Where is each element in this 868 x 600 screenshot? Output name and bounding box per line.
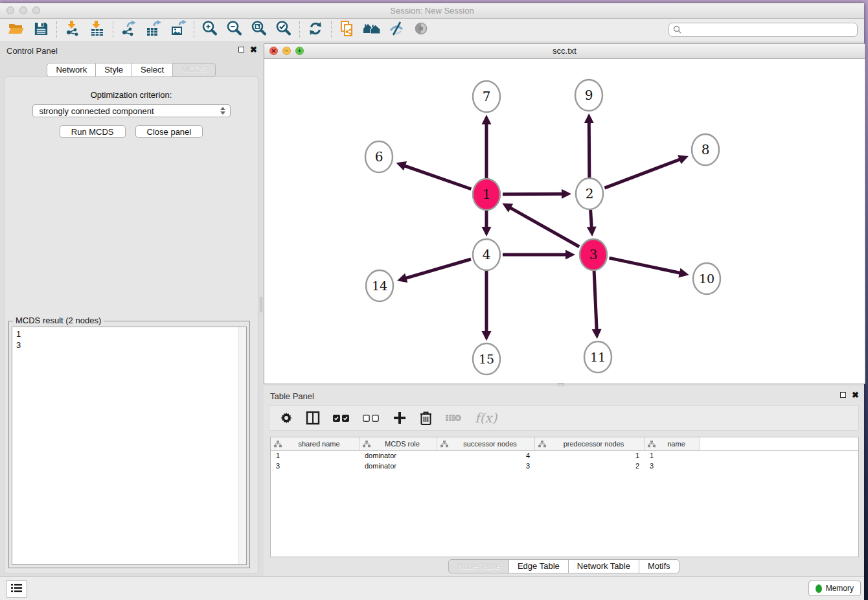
hierarchy-icon [363,441,371,448]
export-network-button[interactable] [117,20,141,40]
select-all-rows-icon[interactable] [333,409,350,427]
zoom-in-button[interactable] [198,20,222,40]
edge-arrowhead [397,273,407,283]
houses-icon [362,20,382,40]
cybrowser-home-button[interactable] [360,20,384,40]
column-header-shared-name[interactable]: shared name [271,437,360,450]
refresh-view-button[interactable] [303,20,328,40]
network-canvas[interactable]: 1234678910111415 [264,59,865,384]
edge-1-2[interactable] [503,194,563,194]
result-scrollbar[interactable] [238,327,246,564]
main-area: Control Panel ✖ Network Style Select MCD… [0,41,864,577]
mcds-result-area[interactable]: 1 3 [12,327,247,565]
save-session-button[interactable] [29,20,53,40]
edge-2-8[interactable] [604,159,680,189]
edge-1-6[interactable] [404,166,472,189]
column-header-name[interactable]: name [645,437,700,450]
window-title: Session: New Session [0,6,864,16]
create-column-icon[interactable] [393,409,407,427]
tab-edge-table[interactable]: Edge Table [509,559,569,573]
table-body: 1dominator4113dominator323 [271,451,858,472]
edge-3-11[interactable] [594,271,597,330]
criterion-select[interactable]: strongly connected component [32,104,231,117]
column-chooser-icon[interactable] [306,409,320,427]
open-folder-icon [8,20,25,40]
delete-column-icon[interactable] [420,409,432,427]
table-cell: 4 [437,451,535,461]
edge-2-3[interactable] [591,210,592,228]
clone-network-icon [339,20,356,40]
table-row[interactable]: 3dominator323 [271,461,858,472]
edge-3-10[interactable] [609,258,680,273]
graph-node-label-4: 4 [483,247,491,262]
edge-3-1[interactable] [510,207,580,247]
network-graph-svg: 1234678910111415 [264,59,865,384]
control-panel-title: Control Panel [6,46,58,56]
delete-table-icon[interactable] [445,409,462,427]
export-network-icon [120,20,137,40]
table-panel-header: Table Panel ✖ [264,386,864,403]
import-network-button[interactable] [60,20,85,40]
column-header-predecessor-nodes[interactable]: predecessor nodes [535,437,645,450]
deselect-all-rows-icon[interactable] [363,409,380,427]
tab-node-table[interactable]: Node Table [448,559,509,573]
hide-graphics-icon [388,20,405,40]
float-panel-icon[interactable] [238,47,244,52]
zoom-out-button[interactable] [222,20,247,40]
birds-eye-view-button[interactable] [409,20,433,40]
table-panel-title: Table Panel [270,391,314,401]
network-window-titlebar[interactable]: ✕ − + scc.txt [264,44,865,59]
graph-node-label-14: 14 [372,279,387,293]
close-panel-button[interactable]: Close panel [135,125,203,138]
clone-network-button[interactable] [335,20,360,40]
vertical-splitter-handle[interactable] [260,297,262,312]
edge-arrowhead [565,250,575,260]
edge-2-9[interactable] [589,122,589,178]
search-input[interactable] [668,23,858,37]
table-options-gear-icon[interactable] [280,409,293,427]
mcds-result-title: MCDS result (2 nodes) [13,316,104,325]
table-row[interactable]: 1dominator411 [271,451,858,461]
zoom-fit-icon [251,20,268,40]
control-panel: Control Panel ✖ Network Style Select MCD… [0,41,262,577]
close-table-panel-icon[interactable]: ✖ [852,391,859,398]
tab-motifs[interactable]: Motifs [639,559,680,573]
toolbar-separator [299,21,300,38]
import-table-button[interactable] [85,20,109,40]
column-header-successor-nodes[interactable]: successor nodes [437,437,535,450]
export-image-button[interactable] [166,20,190,40]
zoom-fit-button[interactable] [247,20,271,40]
zoom-selected-icon [275,20,292,40]
task-list-icon [11,583,22,595]
memory-label: Memory [826,584,854,593]
tab-mcds[interactable]: MCDS [173,63,215,77]
task-history-button[interactable] [6,580,27,598]
open-session-button[interactable] [4,20,29,40]
zoom-out-icon [226,20,243,40]
zoom-selected-button[interactable] [271,20,296,40]
table-header-row: shared nameMCDS rolesuccessor nodesprede… [271,437,858,451]
run-mcds-button[interactable]: Run MCDS [60,125,126,138]
edge-4-14[interactable] [405,259,471,279]
export-table-button[interactable] [141,20,166,40]
tab-style[interactable]: Style [96,63,132,77]
toolbar-separator [331,21,332,38]
memory-button[interactable]: Memory [808,581,861,596]
graph-node-label-8: 8 [702,142,710,157]
graph-node-label-9: 9 [585,87,593,103]
tab-select[interactable]: Select [132,63,173,77]
import-network-icon [64,20,81,40]
network-window-title: scc.txt [264,46,865,56]
float-table-panel-icon[interactable] [840,392,846,398]
export-image-icon [170,20,187,40]
table-cell: 1 [271,451,360,461]
show-hide-graphics-button[interactable] [384,20,409,40]
tab-network-table[interactable]: Network Table [569,559,639,573]
mcds-result-text: 1 3 [12,327,246,352]
close-panel-icon[interactable]: ✖ [250,46,257,53]
tab-network[interactable]: Network [47,63,96,77]
criterion-select-value: strongly connected component [40,106,154,116]
column-header-MCDS-role[interactable]: MCDS role [360,437,437,450]
function-builder-icon[interactable]: f(x) [475,409,497,427]
select-stepper-icon [220,107,225,115]
